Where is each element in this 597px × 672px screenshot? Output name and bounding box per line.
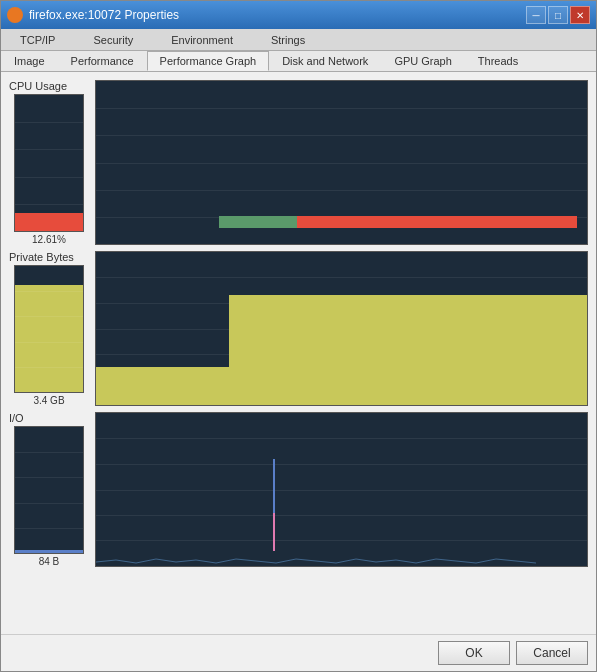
footer: OK Cancel [1, 634, 596, 671]
bottom-tab-row: Image Performance Performance Graph Disk… [1, 51, 596, 72]
cpu-value: 12.61% [32, 234, 66, 245]
io-mini-container: I/O 84 B [9, 412, 89, 567]
tab-strings[interactable]: Strings [252, 29, 324, 50]
io-mini-chart [14, 426, 84, 554]
cpu-mini-chart [14, 94, 84, 232]
pb-mini-container: Private Bytes 3.4 GB [9, 251, 89, 406]
tab-performance-graph[interactable]: Performance Graph [147, 51, 270, 71]
pb-main-full-fill [229, 295, 587, 405]
content-area: CPU Usage 12.61% [1, 72, 596, 634]
pb-value: 3.4 GB [33, 395, 64, 406]
tab-image[interactable]: Image [1, 51, 58, 71]
io-main-grid [96, 413, 587, 566]
io-spike-pink [273, 513, 275, 551]
title-bar-buttons: ─ □ ✕ [526, 6, 590, 24]
io-label: I/O [9, 412, 24, 424]
tab-gpu-graph[interactable]: GPU Graph [381, 51, 464, 71]
io-noise-svg [96, 552, 587, 566]
io-row: I/O 84 B [9, 412, 588, 567]
cpu-usage-row: CPU Usage 12.61% [9, 80, 588, 245]
cancel-button[interactable]: Cancel [516, 641, 588, 665]
close-button[interactable]: ✕ [570, 6, 590, 24]
title-bar: firefox.exe:10072 Properties ─ □ ✕ [1, 1, 596, 29]
title-bar-left: firefox.exe:10072 Properties [7, 7, 179, 23]
cpu-mini-container: CPU Usage 12.61% [9, 80, 89, 245]
cpu-main-green-bar [219, 216, 298, 228]
window-title: firefox.exe:10072 Properties [29, 8, 179, 22]
pb-main-partial-fill [96, 367, 229, 405]
private-bytes-row: Private Bytes 3.4 GB [9, 251, 588, 406]
tab-threads[interactable]: Threads [465, 51, 531, 71]
maximize-button[interactable]: □ [548, 6, 568, 24]
tab-security[interactable]: Security [74, 29, 152, 50]
tab-environment[interactable]: Environment [152, 29, 252, 50]
tab-disk-and-network[interactable]: Disk and Network [269, 51, 381, 71]
pb-mini-grid [15, 266, 83, 392]
pb-mini-chart [14, 265, 84, 393]
minimize-button[interactable]: ─ [526, 6, 546, 24]
top-tab-row: TCP/IP Security Environment Strings [1, 29, 596, 51]
cpu-main-chart [95, 80, 588, 245]
cpu-mini-grid [15, 95, 83, 231]
pb-label: Private Bytes [9, 251, 74, 263]
tab-tcp-ip[interactable]: TCP/IP [1, 29, 74, 50]
cpu-main-red-bar [297, 216, 577, 228]
io-mini-grid [15, 427, 83, 553]
io-value: 84 B [39, 556, 60, 567]
pb-main-chart [95, 251, 588, 406]
app-icon [7, 7, 23, 23]
tab-performance[interactable]: Performance [58, 51, 147, 71]
main-window: firefox.exe:10072 Properties ─ □ ✕ TCP/I… [0, 0, 597, 672]
cpu-label: CPU Usage [9, 80, 67, 92]
io-main-chart [95, 412, 588, 567]
ok-button[interactable]: OK [438, 641, 510, 665]
